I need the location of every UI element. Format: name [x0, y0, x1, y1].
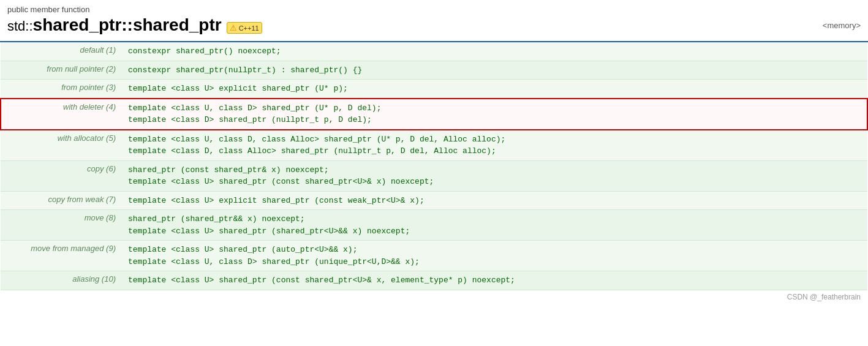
row-label: copy from weak (7) — [1, 191, 123, 210]
row-code: shared_ptr (const shared_ptr& x) noexcep… — [123, 160, 867, 191]
public-member-label: public member function — [7, 5, 861, 14]
row-label: copy (6) — [1, 160, 123, 191]
row-label: default (1) — [1, 42, 123, 61]
row-label: with deleter (4) — [1, 99, 123, 130]
row-code: constexpr shared_ptr() noexcept; — [123, 42, 867, 61]
row-code: constexpr shared_ptr(nullptr_t) : shared… — [123, 61, 867, 80]
row-label: from pointer (3) — [1, 80, 123, 99]
row-code: template <class U> explicit shared_ptr (… — [123, 80, 867, 99]
table-row: move from managed (9)template <class U> … — [1, 241, 867, 271]
title-name: shared_ptr::shared_ptr — [33, 15, 222, 35]
table-row: with allocator (5)template <class U, cla… — [1, 130, 867, 161]
row-label: move (8) — [1, 210, 123, 241]
row-code: template <class U> shared_ptr (auto_ptr<… — [123, 241, 867, 271]
row-label: move from managed (9) — [1, 241, 123, 271]
row-code: template <class U> shared_ptr (const sha… — [123, 271, 867, 290]
table-row: with deleter (4)template <class U, class… — [1, 99, 867, 130]
table-row: copy (6)shared_ptr (const shared_ptr& x)… — [1, 160, 867, 191]
row-code: template <class U, class D> shared_ptr (… — [123, 99, 867, 130]
row-label: from null pointer (2) — [1, 61, 123, 80]
row-code: template <class U, class D, class Alloc>… — [123, 130, 867, 161]
function-table: default (1)constexpr shared_ptr() noexce… — [0, 42, 868, 290]
row-code: template <class U> explicit shared_ptr (… — [123, 191, 867, 210]
watermark: CSDN @_featherbrain — [0, 290, 868, 304]
table-row: copy from weak (7)template <class U> exp… — [1, 191, 867, 210]
table-row: aliasing (10)template <class U> shared_p… — [1, 271, 867, 290]
row-label: with allocator (5) — [1, 130, 123, 161]
memory-ref: <memory> — [823, 21, 861, 30]
warning-badge: ⚠ C++11 — [227, 22, 262, 34]
row-code: shared_ptr (shared_ptr&& x) noexcept;tem… — [123, 210, 867, 241]
table-row: move (8)shared_ptr (shared_ptr&& x) noex… — [1, 210, 867, 241]
table-row: from null pointer (2)constexpr shared_pt… — [1, 61, 867, 80]
row-label: aliasing (10) — [1, 271, 123, 290]
title-std: std:: — [7, 18, 33, 34]
table-row: default (1)constexpr shared_ptr() noexce… — [1, 42, 867, 61]
table-row: from pointer (3)template <class U> expli… — [1, 80, 867, 99]
